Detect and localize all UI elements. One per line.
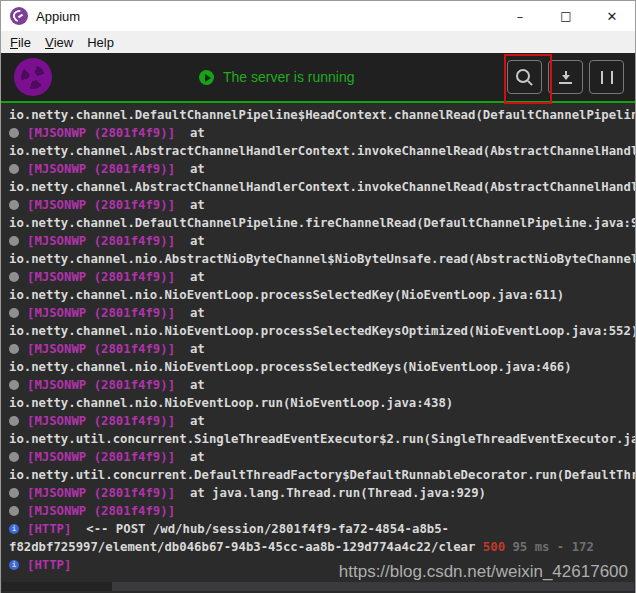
download-logs-button[interactable]	[548, 60, 583, 94]
log-text: f82dbf725997/element/db046b67-94b3-45cc-…	[9, 540, 475, 554]
log-text: at	[175, 162, 205, 176]
log-line: [MJSONWP (2801f4f9)] at	[9, 124, 635, 142]
play-icon	[199, 70, 214, 85]
log-tag: [MJSONWP (2801f4f9)]	[27, 234, 175, 248]
log-text: io.netty.util.concurrent.DefaultThreadFa…	[9, 468, 635, 482]
log-line: io.netty.channel.AbstractChannelHandlerC…	[9, 178, 635, 196]
log-line: io.netty.util.concurrent.SingleThreadEve…	[9, 430, 635, 448]
server-status: The server is running	[199, 53, 355, 101]
debug-icon	[9, 200, 19, 210]
debug-icon	[9, 344, 19, 354]
log-line: io.netty.channel.nio.NioEventLoop.run(Ni…	[9, 394, 635, 412]
debug-icon	[9, 308, 19, 318]
window-controls: – □ ✕	[497, 1, 635, 31]
log-text: at	[175, 414, 205, 428]
minimize-button[interactable]: –	[497, 1, 543, 31]
log-tag: [MJSONWP (2801f4f9)]	[27, 162, 175, 176]
log-text: at	[175, 198, 205, 212]
log-text: io.netty.channel.AbstractChannelHandlerC…	[9, 144, 635, 158]
log-line: [MJSONWP (2801f4f9)] at	[9, 376, 635, 394]
log-line: io.netty.channel.AbstractChannelHandlerC…	[9, 142, 635, 160]
log-text: at	[175, 450, 205, 464]
menu-view-accel: V	[45, 35, 54, 50]
log-tag: [MJSONWP (2801f4f9)]	[27, 342, 175, 356]
log-tag: [MJSONWP (2801f4f9)]	[27, 126, 175, 140]
log-text: <-- POST /wd/hub/session/2801f4f9-fa72-4…	[71, 522, 449, 536]
log-line: [MJSONWP (2801f4f9)] at	[9, 412, 635, 430]
debug-icon	[9, 164, 19, 174]
log-line: io.netty.channel.nio.NioEventLoop.proces…	[9, 286, 635, 304]
maximize-button[interactable]: □	[543, 1, 589, 31]
log-text: at	[175, 378, 205, 392]
log-text: at	[175, 306, 205, 320]
log-line: [MJSONWP (2801f4f9)] at	[9, 232, 635, 250]
window-title: Appium	[36, 9, 80, 24]
pause-server-button[interactable]	[589, 60, 624, 94]
info-icon: i	[9, 560, 19, 570]
log-timing: 95 ms - 172	[505, 540, 594, 554]
debug-icon	[9, 236, 19, 246]
download-icon	[559, 71, 572, 84]
horizontal-scrollbar[interactable]	[2, 582, 634, 591]
debug-icon	[9, 272, 19, 282]
horizontal-scrollbar-thumb[interactable]	[112, 582, 634, 591]
menu-view-rest: iew	[54, 35, 74, 50]
log-text: io.netty.channel.DefaultChannelPipeline$…	[9, 108, 635, 122]
log-text: io.netty.channel.nio.AbstractNioByteChan…	[9, 252, 635, 266]
app-window: Appium – □ ✕ File View Help The server i…	[0, 0, 636, 593]
log-tag: [MJSONWP (2801f4f9)]	[27, 504, 175, 518]
log-line: io.netty.channel.nio.NioEventLoop.proces…	[9, 358, 635, 376]
debug-icon	[9, 380, 19, 390]
log-line: io.netty.util.concurrent.DefaultThreadFa…	[9, 466, 635, 484]
log-tag: [MJSONWP (2801f4f9)]	[27, 486, 175, 500]
watermark: https://blog.csdn.net/weixin_42617600	[339, 562, 628, 582]
appium-logo-icon	[14, 58, 52, 96]
log-status-code: 500	[475, 540, 505, 554]
log-text: io.netty.channel.nio.NioEventLoop.proces…	[9, 288, 564, 302]
log-line: io.netty.channel.nio.AbstractNioByteChan…	[9, 250, 635, 268]
menu-bar: File View Help	[1, 31, 635, 53]
log-line: io.netty.channel.DefaultChannelPipeline$…	[9, 106, 635, 124]
debug-icon	[9, 416, 19, 426]
log-text: io.netty.channel.nio.NioEventLoop.proces…	[9, 360, 572, 374]
log-line: [MJSONWP (2801f4f9)]	[9, 502, 635, 520]
log-text: at	[175, 342, 205, 356]
close-button[interactable]: ✕	[589, 1, 635, 31]
debug-icon	[9, 488, 19, 498]
appium-app-icon	[10, 7, 28, 25]
log-text: io.netty.util.concurrent.SingleThreadEve…	[9, 432, 635, 446]
log-tag: [HTTP]	[27, 522, 71, 536]
menu-view[interactable]: View	[38, 31, 80, 53]
log-tag: [MJSONWP (2801f4f9)]	[27, 198, 175, 212]
log-text: at	[175, 234, 205, 248]
log-tag: [MJSONWP (2801f4f9)]	[27, 450, 175, 464]
log-text: io.netty.channel.nio.NioEventLoop.proces…	[9, 324, 635, 338]
log-line: io.netty.channel.DefaultChannelPipeline.…	[9, 214, 635, 232]
log-line: [MJSONWP (2801f4f9)] at	[9, 268, 635, 286]
log-line: [MJSONWP (2801f4f9)] at	[9, 160, 635, 178]
menu-help-rest: Help	[87, 35, 114, 50]
log-text: io.netty.channel.DefaultChannelPipeline.…	[9, 216, 635, 230]
menu-help[interactable]: Help	[80, 31, 121, 53]
log-line: [MJSONWP (2801f4f9)] at	[9, 304, 635, 322]
log[interactable]: io.netty.channel.DefaultChannelPipeline$…	[1, 103, 635, 593]
debug-icon	[9, 506, 19, 516]
log-line: i[HTTP] <-- POST /wd/hub/session/2801f4f…	[9, 520, 635, 538]
log-tag: [MJSONWP (2801f4f9)]	[27, 378, 175, 392]
debug-icon	[9, 128, 19, 138]
log-tag: [MJSONWP (2801f4f9)]	[27, 306, 175, 320]
server-status-text: The server is running	[223, 69, 355, 85]
log-line: [MJSONWP (2801f4f9)] at	[9, 196, 635, 214]
debug-icon	[9, 452, 19, 462]
menu-file[interactable]: File	[3, 31, 38, 53]
log-line: io.netty.channel.nio.NioEventLoop.proces…	[9, 322, 635, 340]
log-line: f82dbf725997/element/db046b67-94b3-45cc-…	[9, 538, 635, 556]
log-tag: [HTTP]	[27, 558, 71, 572]
log-text: io.netty.channel.nio.NioEventLoop.run(Ni…	[9, 396, 453, 410]
title-bar: Appium – □ ✕	[1, 1, 635, 31]
menu-file-accel: F	[10, 35, 18, 50]
search-button-highlight	[504, 54, 552, 104]
log-line: [MJSONWP (2801f4f9)] at	[9, 340, 635, 358]
log-tag: [MJSONWP (2801f4f9)]	[27, 270, 175, 284]
log-text: at java.lang.Thread.run(Thread.java:929)	[175, 486, 486, 500]
